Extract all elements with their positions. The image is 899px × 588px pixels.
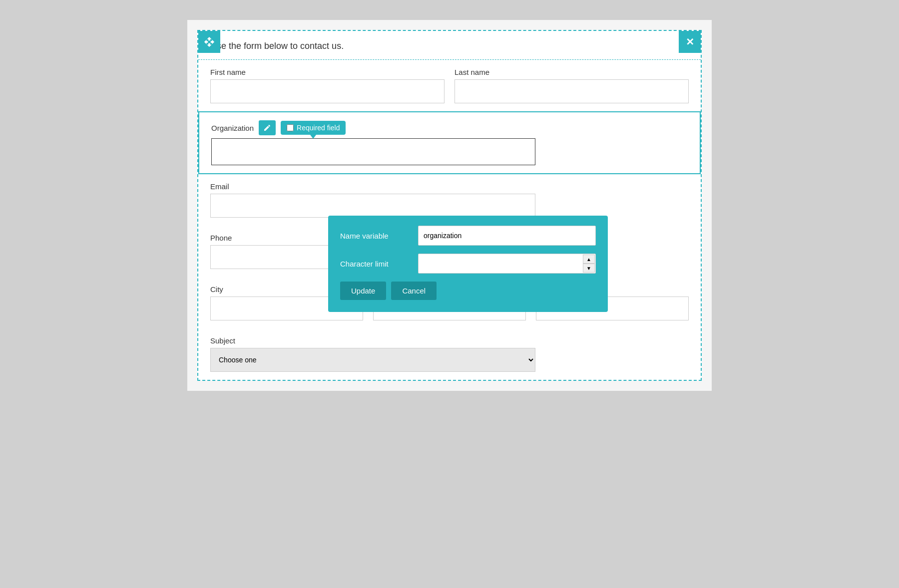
popup-character-limit-label: Character limit [340,260,410,268]
popup-name-variable-row: Name variable [340,226,596,246]
required-field-tooltip: Required field [281,121,346,135]
organization-row: Organization Required field [198,111,701,174]
email-label: Email [210,182,689,191]
move-icon [204,36,215,47]
popup-name-variable-input[interactable] [418,226,596,246]
subject-row: Subject Choose one [198,328,701,380]
first-name-label: First name [210,68,445,76]
popup-name-variable-label: Name variable [340,232,410,240]
spinner-up-icon: ▲ [586,257,591,262]
character-limit-wrapper: ▲ ▼ [418,254,596,274]
close-button[interactable]: ✕ [679,31,701,53]
popup-actions: Update Cancel [340,282,596,300]
last-name-input[interactable] [454,79,689,103]
edit-icon [263,124,271,132]
spinner-down-icon: ▼ [586,266,591,271]
spinner-buttons: ▲ ▼ [583,255,595,273]
email-group: Email [210,182,689,218]
popup-character-limit-row: Character limit ▲ ▼ [340,254,596,274]
form-outer-border: ✕ Use the form below to contact us. Firs… [197,30,702,381]
page-container: ✕ Use the form below to contact us. Firs… [187,20,712,391]
spinner-up-button[interactable]: ▲ [583,255,595,264]
cancel-button[interactable]: Cancel [391,282,437,300]
last-name-group: Last name [454,68,689,103]
form-header: Use the form below to contact us. [198,31,701,60]
last-name-label: Last name [454,68,689,76]
first-name-group: First name [210,68,445,103]
required-field-label: Required field [297,124,340,132]
first-name-input[interactable] [210,79,445,103]
org-label-row: Organization Required field [211,120,688,135]
popup-character-limit-input[interactable] [418,254,596,274]
org-label: Organization [211,124,254,132]
subject-label: Subject [210,336,689,345]
move-handle[interactable] [198,31,220,53]
form-header-text: Use the form below to contact us. [210,41,344,51]
email-input[interactable] [210,194,535,218]
close-icon: ✕ [686,36,694,48]
organization-input[interactable] [211,138,535,165]
required-checkbox[interactable] [287,124,294,131]
edit-org-button[interactable] [259,120,276,135]
update-button[interactable]: Update [340,282,386,300]
name-row: First name Last name [198,60,701,111]
subject-select[interactable]: Choose one [210,348,535,372]
popup-panel: Name variable Character limit ▲ ▼ [328,216,608,312]
spinner-down-button[interactable]: ▼ [583,264,595,273]
